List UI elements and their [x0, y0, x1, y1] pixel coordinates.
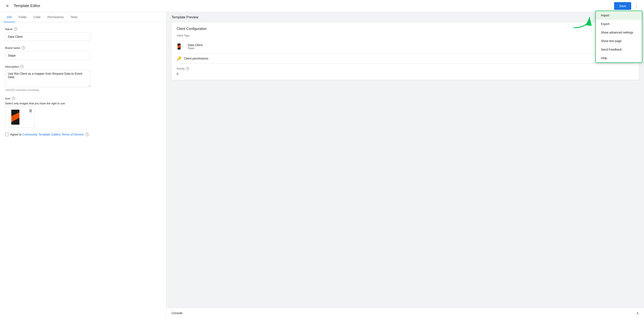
header: ✕ Template Editor Save ⋮: [0, 0, 644, 12]
brand-name-help-icon[interactable]: ?: [22, 46, 25, 50]
brand-name-field-group: Brand name ?: [5, 46, 161, 60]
form-content: Name ? Brand name ? Description ? U: [0, 22, 166, 318]
tos-agreement-group: Agree to Community Template Gallery Term…: [5, 133, 161, 136]
icon-field-group: Icon ? Select only images that you have …: [5, 97, 161, 128]
agree-row: Agree to Community Template Gallery Term…: [5, 133, 161, 136]
client-info: Data Client Stape: [188, 43, 202, 50]
brand-name-input[interactable]: [5, 51, 90, 60]
agree-checkbox[interactable]: [5, 133, 8, 136]
delete-icon-button[interactable]: 🗑: [29, 109, 33, 113]
permissions-row: 🔑 Client permissions: [177, 54, 634, 64]
description-help-icon[interactable]: ?: [20, 65, 24, 68]
tab-info[interactable]: Info: [4, 12, 15, 22]
description-input[interactable]: Use this Client as a mapper from Request…: [5, 70, 90, 87]
name-input[interactable]: [5, 32, 90, 41]
console-label: Console: [172, 312, 182, 315]
more-options-button[interactable]: ⋮: [633, 2, 640, 10]
card-title: Client Configuration: [177, 27, 634, 31]
dropdown-item-export[interactable]: Export: [596, 20, 642, 28]
icon-instruction: Select only images that you have the rig…: [5, 102, 161, 105]
client-type-label: Client Type: [177, 34, 634, 37]
priority-section: Priority ? 0: [177, 64, 634, 76]
client-config-card: Client Configuration Client Type Data Cl…: [172, 22, 639, 80]
tab-code[interactable]: Code: [30, 12, 44, 22]
permissions-label: Client permissions: [184, 57, 208, 60]
client-info-brand: Stape: [188, 47, 202, 50]
brand-name-label: Brand name ?: [5, 46, 161, 50]
preview-content: Client Configuration Client Type Data Cl…: [166, 22, 644, 308]
client-info-name: Data Client: [188, 43, 202, 47]
priority-label-row: Priority ?: [177, 67, 634, 70]
main-layout: Info Fields Code Permissions Tests Name …: [0, 12, 644, 318]
key-icon: 🔑: [177, 56, 182, 61]
dropdown-item-feedback[interactable]: Send Feedback: [596, 45, 642, 54]
dropdown-item-help[interactable]: Help: [596, 54, 642, 62]
close-button[interactable]: ✕: [4, 2, 11, 10]
client-icon-preview: [177, 42, 185, 51]
name-label: Name ?: [5, 27, 161, 31]
save-button[interactable]: Save: [614, 2, 631, 10]
dropdown-item-advanced[interactable]: Show advanced settings: [596, 28, 642, 37]
dropdown-item-test-page[interactable]: Show test page: [596, 37, 642, 45]
tabs-bar: Info Fields Code Permissions Tests: [0, 12, 166, 22]
client-type-icon: [178, 44, 184, 50]
tos-link[interactable]: Community Template Gallery Terms of Serv…: [22, 133, 84, 136]
agree-text: Agree to Community Template Gallery Term…: [10, 133, 84, 136]
char-count: 140/200 characters remaining: [5, 88, 161, 92]
description-label: Description ?: [5, 65, 161, 68]
console-bar: Console ∧: [166, 308, 644, 318]
priority-value: 0: [177, 72, 634, 76]
left-panel: Info Fields Code Permissions Tests Name …: [0, 12, 166, 318]
tab-permissions[interactable]: Permissions: [44, 12, 67, 22]
dropdown-item-import[interactable]: Import: [596, 11, 642, 20]
chevron-up-icon[interactable]: ∧: [636, 311, 639, 316]
priority-label: Priority: [177, 67, 184, 70]
name-help-icon[interactable]: ?: [14, 27, 17, 31]
description-field-group: Description ? Use this Client as a mappe…: [5, 65, 161, 92]
header-actions: Save ⋮: [614, 2, 640, 10]
client-type-row: Data Client Stape: [177, 40, 634, 54]
tos-help-icon[interactable]: ?: [85, 133, 89, 136]
tab-tests[interactable]: Tests: [67, 12, 81, 22]
stape-logo-svg: [11, 110, 28, 125]
page-title: Template Editor: [14, 4, 614, 8]
icon-help-icon[interactable]: ?: [12, 97, 15, 100]
icon-container: 🗑: [5, 107, 34, 128]
right-panel: Template Preview Client Configuration Cl…: [166, 12, 644, 318]
tab-fields[interactable]: Fields: [15, 12, 30, 22]
name-field-group: Name ?: [5, 27, 161, 41]
dropdown-menu: Import Export Show advanced settings Sho…: [595, 11, 642, 63]
priority-help-icon[interactable]: ?: [186, 67, 189, 70]
icon-label: Icon ?: [5, 97, 161, 100]
preview-title: Template Preview: [166, 12, 644, 22]
